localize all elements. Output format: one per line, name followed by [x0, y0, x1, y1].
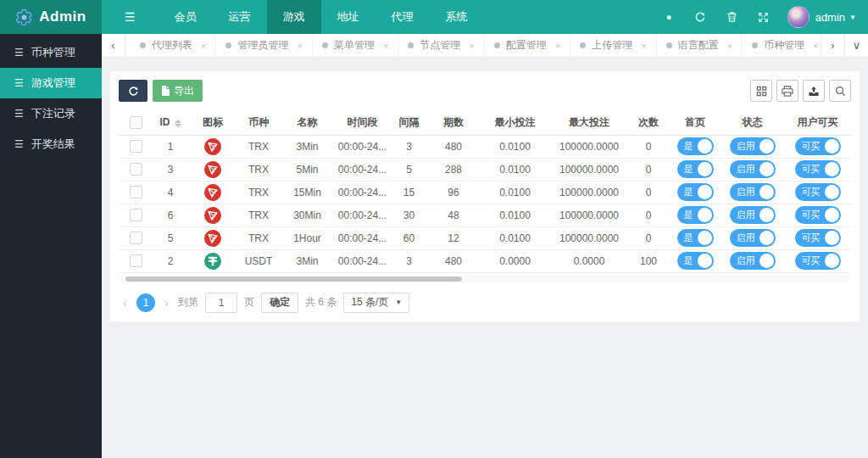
nav-item-运营[interactable]: 运营	[213, 0, 267, 34]
home-toggle[interactable]: 是	[677, 183, 714, 201]
row-checkbox[interactable]	[130, 254, 142, 267]
tab-节点管理[interactable]: 节点管理×	[398, 34, 484, 57]
tab-语言配置[interactable]: 语言配置×	[657, 34, 743, 57]
search-icon[interactable]	[829, 80, 851, 102]
tab-配置管理[interactable]: 配置管理×	[485, 34, 570, 57]
status-toggle[interactable]: 启用	[730, 229, 776, 247]
home-toggle[interactable]: 是	[677, 160, 714, 178]
sort-desc-icon[interactable]	[175, 124, 181, 127]
buyable-toggle[interactable]: 可买	[795, 183, 841, 201]
columns-toggle-icon[interactable]	[750, 80, 772, 102]
export-button[interactable]: 导出	[153, 80, 203, 102]
tab-菜单管理[interactable]: 菜单管理×	[313, 34, 398, 57]
status-toggle[interactable]: 启用	[730, 160, 776, 178]
cell-home: 是	[670, 158, 721, 181]
home-toggle[interactable]: 是	[677, 206, 714, 224]
tabs-scroll-right-icon[interactable]: ›	[821, 34, 844, 57]
tab-close-icon[interactable]: ×	[201, 41, 206, 51]
cell-status: 启用	[721, 181, 784, 204]
cell-icon	[188, 158, 237, 181]
theme-dot-icon[interactable]: ●	[654, 0, 685, 34]
pagination: ‹ 1 › 到第 页 确定 共 6 条 15 条/页 ▼	[119, 293, 851, 313]
tab-管理员管理[interactable]: 管理员管理×	[216, 34, 312, 57]
row-checkbox[interactable]	[130, 186, 142, 198]
username-label[interactable]: admin	[815, 11, 845, 24]
tab-close-icon[interactable]: ×	[469, 41, 474, 51]
cell-id: 2	[153, 249, 188, 272]
toggle-label: 可买	[802, 209, 821, 221]
tab-status-dot-icon	[666, 42, 672, 48]
tab-币种管理[interactable]: 币种管理×	[743, 34, 821, 57]
tab-代理列表[interactable]: 代理列表×	[131, 34, 216, 57]
toggle-label: 是	[684, 254, 693, 267]
row-checkbox[interactable]	[130, 163, 142, 176]
sidebar-collapse-icon[interactable]: ☰	[102, 0, 159, 34]
page-size-select[interactable]: 15 条/页 ▼	[343, 293, 409, 313]
nav-item-会员[interactable]: 会员	[159, 0, 213, 34]
toggle-label: 可买	[802, 163, 821, 176]
cell-interval: 15	[390, 181, 428, 204]
tab-close-icon[interactable]: ×	[297, 41, 302, 51]
sort-asc-icon[interactable]	[175, 120, 181, 123]
status-toggle[interactable]: 启用	[730, 206, 776, 224]
refresh-table-button[interactable]	[119, 80, 147, 102]
cell-icon	[188, 249, 237, 272]
select-all-checkbox[interactable]	[130, 116, 142, 129]
buyable-toggle[interactable]: 可买	[795, 160, 841, 178]
tab-label: 节点管理	[420, 38, 460, 53]
nav-item-系统[interactable]: 系统	[430, 0, 484, 34]
row-checkbox[interactable]	[130, 232, 142, 244]
row-checkbox[interactable]	[130, 209, 142, 221]
home-toggle[interactable]: 是	[677, 229, 714, 247]
sort-icon[interactable]	[175, 120, 181, 127]
next-page-icon[interactable]: ›	[162, 295, 171, 310]
col-header-label: 间隔	[399, 116, 420, 128]
tab-close-icon[interactable]: ×	[813, 41, 818, 51]
buyable-toggle[interactable]: 可买	[795, 229, 841, 247]
col-header-home: 首页	[670, 110, 721, 135]
refresh-icon[interactable]	[685, 0, 716, 34]
user-avatar[interactable]	[787, 6, 810, 28]
buyable-toggle[interactable]: 可买	[795, 252, 841, 270]
sidebar-item-开奖结果[interactable]: ☰开奖结果	[0, 129, 102, 159]
nav-item-地址[interactable]: 地址	[321, 0, 376, 34]
fullscreen-icon[interactable]	[748, 0, 779, 34]
buyable-toggle[interactable]: 可买	[795, 206, 841, 224]
tabs-collapse-icon[interactable]: ∨	[844, 34, 868, 57]
cell-id: 6	[153, 204, 188, 226]
sidebar-item-币种管理[interactable]: ☰币种管理	[0, 37, 102, 68]
sidebar-item-下注记录[interactable]: ☰下注记录	[0, 98, 102, 129]
tab-上传管理[interactable]: 上传管理×	[570, 34, 656, 57]
cell-icon	[188, 204, 237, 226]
tab-close-icon[interactable]: ×	[727, 41, 732, 51]
buyable-toggle[interactable]: 可买	[795, 137, 841, 155]
tab-label: 语言配置	[678, 38, 719, 53]
home-toggle[interactable]: 是	[677, 137, 714, 155]
tab-status-dot-icon	[752, 42, 758, 48]
tab-close-icon[interactable]: ×	[383, 41, 388, 51]
brand-logo[interactable]: Admin	[0, 0, 102, 34]
home-toggle[interactable]: 是	[677, 252, 714, 270]
prev-page-icon[interactable]: ‹	[120, 295, 130, 310]
status-toggle[interactable]: 启用	[730, 252, 776, 270]
current-page-button[interactable]: 1	[136, 293, 155, 312]
user-caret-down-icon[interactable]: ▼	[849, 14, 856, 21]
status-toggle[interactable]: 启用	[730, 137, 776, 155]
goto-page-input[interactable]	[205, 293, 237, 313]
tabs-scroll-left-icon[interactable]: ‹	[102, 34, 125, 57]
nav-item-代理[interactable]: 代理	[376, 0, 430, 34]
toggle-label: 是	[684, 209, 693, 221]
export-data-icon[interactable]	[803, 80, 825, 102]
trash-icon[interactable]	[716, 0, 748, 34]
print-icon[interactable]	[776, 80, 798, 102]
status-toggle[interactable]: 启用	[730, 183, 776, 201]
tab-close-icon[interactable]: ×	[555, 41, 560, 51]
col-header-label: 图标	[203, 116, 223, 128]
tab-close-icon[interactable]: ×	[641, 41, 646, 51]
table-header-row: ID图标币种名称时间段间隔期数最小投注最大投注次数首页状态用户可买	[119, 110, 851, 135]
sidebar-item-游戏管理[interactable]: ☰游戏管理	[0, 68, 102, 98]
confirm-page-button[interactable]: 确定	[261, 293, 298, 313]
nav-item-游戏[interactable]: 游戏	[267, 0, 321, 34]
horizontal-scrollbar-thumb[interactable]	[125, 276, 462, 282]
row-checkbox[interactable]	[130, 140, 142, 153]
